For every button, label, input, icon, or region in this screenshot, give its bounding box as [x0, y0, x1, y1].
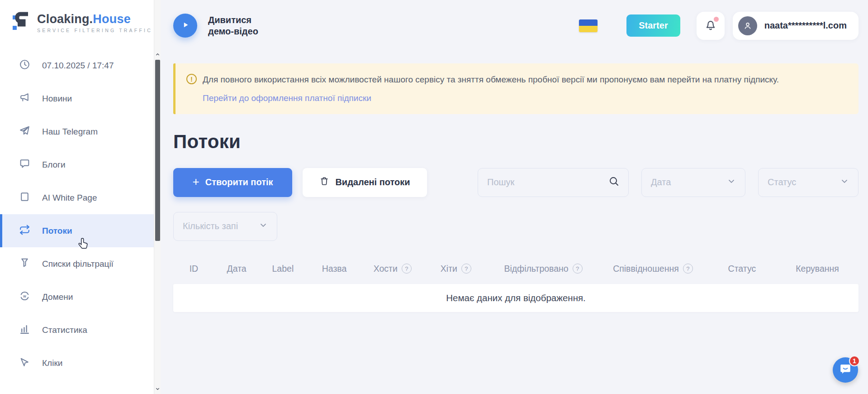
deleted-flows-button[interactable]: Видалені потоки	[303, 168, 427, 197]
create-flow-label: Створити потік	[205, 177, 273, 187]
logo-icon	[12, 11, 32, 34]
logo-name-primary: Cloaking.	[37, 12, 93, 26]
sidebar-item-clicks[interactable]: Кліки	[0, 346, 161, 380]
user-avatar	[738, 16, 757, 35]
toolbar: + Створити потік Видалені потоки Дата	[173, 168, 859, 197]
demo-video-line2: демо-відео	[208, 26, 258, 37]
scrollbar-thumb[interactable]	[155, 60, 160, 241]
chevron-down-icon	[840, 177, 849, 188]
help-icon[interactable]: ?	[683, 264, 693, 274]
user-email: naata**********l.com	[764, 20, 847, 31]
topbar-right: Starter naata**********l.com	[579, 12, 859, 40]
logo[interactable]: Cloaking.House SERVICE FILTERING TRAFFIC	[0, 0, 161, 39]
sidebar-item-label: Потоки	[42, 226, 72, 236]
column-label: Хости	[374, 264, 398, 274]
column-label: Статус	[728, 264, 756, 274]
column-header-manage: Керування	[776, 264, 859, 274]
svg-text:w: w	[23, 293, 26, 298]
date-filter-value: Дата	[651, 177, 671, 187]
column-header-status: Статус	[708, 264, 777, 274]
user-account-button[interactable]: naata**********l.com	[733, 12, 859, 40]
sidebar-item-label: Домени	[42, 292, 73, 302]
demo-video-label[interactable]: Дивитися демо-відео	[208, 14, 258, 37]
sidebar-item-label: Блоги	[42, 160, 66, 170]
language-flag-ukraine[interactable]	[579, 19, 598, 32]
table-empty-state: Немає даних для відображення.	[173, 284, 859, 312]
column-header-label: Label	[259, 264, 307, 274]
column-header-ratio: Співвідношення?	[598, 264, 707, 274]
sidebar-item-label: 07.10.2025 / 17:47	[42, 61, 114, 71]
status-filter-select[interactable]: Статус	[758, 168, 859, 197]
sidebar-item-statistics[interactable]: Статистика	[0, 313, 161, 346]
megaphone-icon	[19, 92, 30, 106]
column-label: Назва	[322, 264, 347, 274]
sidebar-item-label: Кліки	[42, 358, 62, 368]
telegram-icon	[19, 125, 30, 139]
chat-unread-badge: 1	[849, 356, 860, 366]
flag-blue-stripe	[579, 19, 598, 26]
column-header-hits: Хіти?	[423, 264, 489, 274]
sync-icon	[19, 224, 30, 238]
notifications-button[interactable]	[697, 12, 725, 40]
chevron-down-icon	[259, 221, 268, 232]
help-icon[interactable]: ?	[573, 264, 583, 274]
create-flow-button[interactable]: + Створити потік	[173, 168, 292, 197]
column-label: Керування	[796, 264, 839, 274]
topbar: Дивитися демо-відео Starter naata**	[161, 0, 868, 51]
search-input[interactable]	[487, 177, 608, 187]
sidebar-item-telegram[interactable]: Наш Telegram	[0, 115, 161, 148]
plus-icon: +	[193, 176, 199, 187]
warning-icon: !	[186, 74, 197, 84]
chevron-down-icon	[727, 177, 736, 188]
scrollbar-up-arrow[interactable]	[155, 51, 161, 58]
scrollbar-down-arrow[interactable]	[155, 385, 161, 392]
column-label: Label	[272, 264, 294, 274]
trash-icon	[319, 176, 329, 188]
column-label: ID	[190, 264, 199, 274]
column-header-date: Дата	[214, 264, 259, 274]
chat-widget-button[interactable]: 1	[833, 357, 858, 383]
per-page-select[interactable]: Кількість запі	[173, 212, 277, 241]
domains-icon: w	[19, 290, 30, 304]
column-label: Дата	[227, 264, 247, 274]
banner-body: Для повного використання всіх можливосте…	[203, 73, 779, 103]
sidebar-item-label: Новини	[42, 94, 72, 104]
help-icon[interactable]: ?	[402, 264, 412, 274]
bar-chart-icon	[19, 323, 30, 337]
column-label: Відфільтровано	[504, 264, 568, 274]
notification-dot	[714, 17, 719, 22]
page-title: Потоки	[173, 131, 859, 153]
sidebar-nav: 07.10.2025 / 17:47 Новини Наш Telegram Б…	[0, 49, 161, 380]
sidebar-scrollbar[interactable]	[154, 0, 161, 394]
column-header-name: Назва	[307, 264, 361, 274]
help-icon[interactable]: ?	[461, 264, 471, 274]
clock-icon	[19, 59, 30, 72]
search-field[interactable]	[478, 168, 629, 197]
content-area: ! Для повного використання всіх можливос…	[161, 51, 868, 312]
sidebar-item-ai-white-page[interactable]: AI White Page	[0, 181, 161, 214]
column-header-filtered: Відфільтровано?	[489, 264, 598, 274]
filter-funnel-icon	[19, 257, 30, 271]
sidebar-item-flows[interactable]: Потоки	[0, 214, 154, 247]
column-label: Співвідношення	[613, 264, 679, 274]
main-area: Дивитися демо-відео Starter naata**	[161, 0, 868, 394]
banner-message: Для повного використання всіх можливосте…	[203, 73, 779, 86]
cursor-icon	[19, 356, 30, 370]
column-header-hosts: Хости?	[362, 264, 423, 274]
sidebar-item-datetime[interactable]: 07.10.2025 / 17:47	[0, 49, 161, 82]
date-filter-select[interactable]: Дата	[641, 168, 745, 197]
table-header-row: ID Дата Label Назва Хости? Хіти? Відфіль…	[173, 264, 859, 284]
demo-video-play-button[interactable]	[173, 14, 197, 38]
plan-badge[interactable]: Starter	[626, 14, 680, 37]
search-icon[interactable]	[608, 176, 619, 189]
sidebar-item-news[interactable]: Новини	[0, 82, 161, 115]
per-page-value: Кількість запі	[183, 221, 238, 231]
per-page-row: Кількість запі	[173, 212, 859, 241]
sidebar-item-blogs[interactable]: Блоги	[0, 148, 161, 181]
logo-text: Cloaking.House SERVICE FILTERING TRAFFIC	[37, 12, 152, 33]
logo-name: Cloaking.House	[37, 12, 152, 26]
upgrade-subscription-link[interactable]: Перейти до оформлення платної підписки	[203, 93, 371, 103]
sidebar-item-domains[interactable]: w Домени	[0, 280, 161, 313]
column-header-id: ID	[173, 264, 214, 274]
sidebar-item-filter-lists[interactable]: Списки фільтрації	[0, 247, 161, 280]
